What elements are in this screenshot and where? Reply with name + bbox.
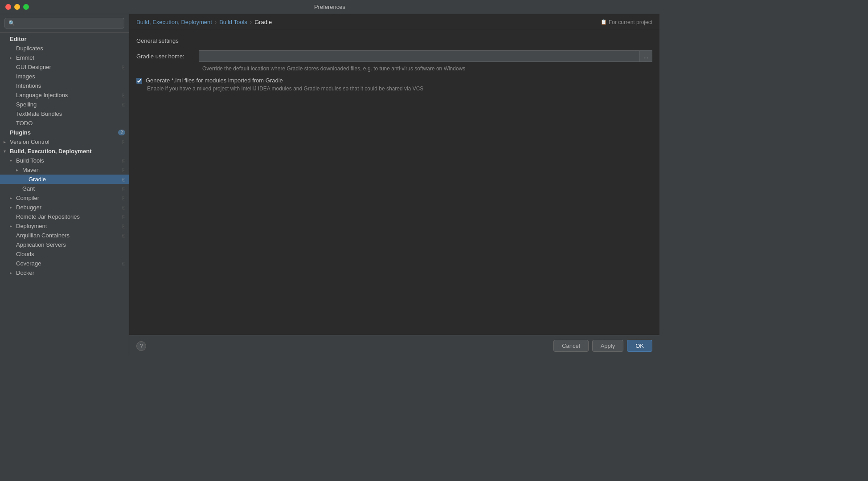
gradle-home-input[interactable] — [199, 50, 639, 62]
sidebar-item-label: Build Tools — [16, 157, 120, 164]
arrow-icon — [10, 55, 16, 60]
sidebar-item-remote-jar[interactable]: Remote Jar Repositories⎘ — [0, 212, 129, 221]
sidebar-item-label: Deployment — [16, 223, 120, 229]
breadcrumb-sep1: › — [215, 19, 217, 25]
sidebar-item-label: Docker — [16, 269, 125, 276]
ok-button[interactable]: OK — [627, 340, 652, 352]
sidebar-item-plugins[interactable]: Plugins2 — [0, 128, 129, 137]
section-title: General settings — [136, 37, 652, 44]
sidebar-item-build-execution[interactable]: Build, Execution, Deployment — [0, 147, 129, 156]
copy-icon: ⎘ — [122, 205, 125, 210]
sidebar-item-application-servers[interactable]: Application Servers — [0, 240, 129, 249]
search-box — [0, 14, 129, 33]
sidebar-item-docker[interactable]: Docker — [0, 268, 129, 277]
footer: ? Cancel Apply OK — [129, 335, 659, 356]
sidebar-item-maven[interactable]: Maven⎘ — [0, 165, 129, 175]
gradle-home-hint: Override the default location where Grad… — [202, 65, 652, 72]
copy-icon: ⎘ — [122, 186, 125, 192]
sidebar-item-language-injections[interactable]: Language Injections⎘ — [0, 90, 129, 100]
arrow-icon — [16, 167, 22, 172]
sidebar-item-label: TODO — [16, 120, 125, 126]
sidebar-item-label: Duplicates — [16, 45, 125, 52]
breadcrumb-part1[interactable]: Build, Execution, Deployment — [136, 19, 212, 25]
help-button[interactable]: ? — [136, 341, 146, 351]
content-body: General settings Gradle user home: ... O… — [129, 30, 659, 335]
browse-button[interactable]: ... — [639, 50, 652, 62]
arrow-icon — [10, 224, 16, 228]
maximize-button[interactable] — [23, 4, 29, 10]
sidebar-item-textmate-bundles[interactable]: TextMate Bundles — [0, 109, 129, 118]
sidebar-item-arquillian[interactable]: Arquillian Containers⎘ — [0, 231, 129, 240]
sidebar-item-debugger[interactable]: Debugger⎘ — [0, 203, 129, 212]
sidebar-item-clouds[interactable]: Clouds — [0, 249, 129, 259]
sidebar: EditorDuplicatesEmmetGUI Designer⎘Images… — [0, 14, 129, 356]
copy-icon: ⎘ — [122, 102, 125, 107]
sidebar-item-intentions[interactable]: Intentions — [0, 81, 129, 90]
minimize-button[interactable] — [14, 4, 20, 10]
sidebar-item-label: Plugins — [10, 129, 115, 136]
iml-checkbox-hint: Enable if you have a mixed project with … — [147, 86, 652, 92]
sidebar-item-label: Images — [16, 73, 125, 80]
sidebar-item-gant[interactable]: Gant⎘ — [0, 184, 129, 193]
arrow-icon — [10, 158, 16, 163]
breadcrumb: Build, Execution, Deployment › Build Too… — [129, 14, 659, 30]
sidebar-item-label: TextMate Bundles — [16, 110, 125, 117]
copy-icon: ⎘ — [122, 139, 125, 145]
sidebar-item-deployment[interactable]: Deployment⎘ — [0, 221, 129, 231]
breadcrumb-part2[interactable]: Build Tools — [219, 19, 247, 25]
apply-button[interactable]: Apply — [592, 340, 624, 352]
sidebar-item-label: Spelling — [16, 101, 120, 108]
content-area: Build, Execution, Deployment › Build Too… — [129, 14, 659, 335]
sidebar-item-label: Version Control — [10, 139, 120, 145]
sidebar-item-label: Compiler — [16, 195, 120, 201]
copy-icon: ⎘ — [122, 167, 125, 173]
sidebar-item-label: Editor — [10, 36, 125, 42]
arrow-icon — [10, 205, 16, 210]
search-input[interactable] — [4, 18, 124, 29]
arrow-icon — [4, 139, 10, 144]
iml-checkbox[interactable] — [136, 78, 142, 84]
sidebar-item-spelling[interactable]: Spelling⎘ — [0, 100, 129, 109]
copy-icon: ⎘ — [122, 233, 125, 238]
sidebar-item-images[interactable]: Images — [0, 72, 129, 81]
for-current-project: 📋 For current project — [601, 19, 652, 25]
sidebar-item-label: Application Servers — [16, 241, 125, 248]
gradle-home-row: Gradle user home: ... — [136, 50, 652, 62]
sidebar-tree: EditorDuplicatesEmmetGUI Designer⎘Images… — [0, 33, 129, 356]
sidebar-item-duplicates[interactable]: Duplicates — [0, 44, 129, 53]
cancel-button[interactable]: Cancel — [553, 340, 588, 352]
sidebar-item-gradle[interactable]: Gradle⎘ — [0, 175, 129, 184]
sidebar-item-label: Debugger — [16, 204, 120, 211]
copy-icon: ⎘ — [122, 214, 125, 220]
sidebar-item-label: Remote Jar Repositories — [16, 213, 120, 220]
sidebar-item-label: Gant — [22, 185, 120, 192]
copy-icon: ⎘ — [122, 93, 125, 98]
copy-icon: ⎘ — [122, 177, 125, 182]
sidebar-item-label: Emmet — [16, 54, 125, 61]
sidebar-item-emmet[interactable]: Emmet — [0, 53, 129, 62]
sidebar-item-coverage[interactable]: Coverage⎘ — [0, 259, 129, 268]
sidebar-item-label: Language Injections — [16, 92, 120, 98]
iml-checkbox-row: Generate *.iml files for modules importe… — [136, 77, 652, 84]
sidebar-item-todo[interactable]: TODO — [0, 118, 129, 128]
sidebar-item-label: GUI Designer — [16, 64, 120, 70]
window-title: Preferences — [314, 4, 345, 10]
arrow-icon — [10, 196, 16, 200]
copy-icon: ⎘ — [122, 196, 125, 201]
sidebar-item-label: Arquillian Containers — [16, 232, 120, 239]
window-controls — [5, 4, 29, 10]
sidebar-item-badge: 2 — [118, 130, 125, 135]
sidebar-item-build-tools[interactable]: Build Tools⎘ — [0, 156, 129, 165]
breadcrumb-sep2: › — [250, 19, 252, 25]
close-button[interactable] — [5, 4, 11, 10]
sidebar-item-compiler[interactable]: Compiler⎘ — [0, 193, 129, 203]
sidebar-item-label: Gradle — [29, 176, 120, 183]
copy-icon: ⎘ — [122, 224, 125, 229]
breadcrumb-part3: Gradle — [254, 19, 272, 25]
iml-checkbox-label[interactable]: Generate *.iml files for modules importe… — [146, 77, 283, 84]
sidebar-item-editor[interactable]: Editor — [0, 34, 129, 44]
sidebar-item-version-control[interactable]: Version Control⎘ — [0, 137, 129, 147]
sidebar-item-label: Coverage — [16, 260, 120, 267]
sidebar-item-gui-designer[interactable]: GUI Designer⎘ — [0, 62, 129, 72]
sidebar-item-label: Build, Execution, Deployment — [10, 148, 125, 155]
